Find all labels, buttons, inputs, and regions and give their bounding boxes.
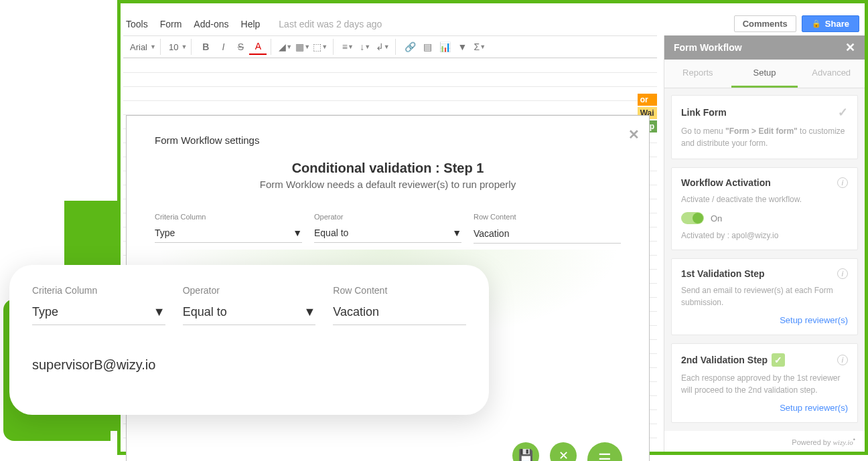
side-tabs: Reports Setup Advanced (664, 60, 865, 88)
bold-button[interactable]: B (197, 39, 214, 55)
status-cell: or (638, 94, 657, 106)
chevron-down-icon: ▼ (293, 227, 302, 238)
card-title-text: 2nd Validation Step (681, 355, 768, 365)
share-label: Share (825, 19, 849, 29)
halign-button[interactable]: ≡▼ (339, 39, 356, 55)
tab-advanced[interactable]: Advanced (798, 60, 865, 88)
strike-button[interactable]: S (232, 39, 249, 55)
operator-value: Equal to (314, 227, 348, 238)
last-edit-status: Last edit was 2 days ago (279, 19, 382, 29)
close-icon[interactable]: ✕ (845, 40, 855, 55)
operator-label: Operator (314, 213, 461, 221)
wrap-button[interactable]: ↲▼ (374, 39, 391, 55)
font-size-select[interactable]: 10 (166, 42, 181, 52)
zoom-operator-select[interactable]: Equal to ▼ (183, 305, 316, 325)
link-button[interactable]: 🔗 (401, 39, 419, 55)
card-desc: Send an email to reviewer(s) at each For… (681, 284, 848, 308)
comment-button[interactable]: ▤ (419, 39, 436, 55)
italic-button[interactable]: I (214, 39, 232, 55)
chevron-down-icon: ▼ (181, 43, 187, 50)
lock-icon: 🔒 (812, 19, 821, 28)
zoom-criteria-value: Type (32, 305, 58, 319)
menu-form[interactable]: Form (160, 19, 182, 29)
share-button[interactable]: 🔒 Share (802, 15, 859, 32)
modal-title: Conditional validation : Step 1 (292, 161, 484, 175)
close-icon: ✕ (559, 448, 569, 461)
font-family-select[interactable]: Arial (130, 42, 150, 52)
tab-setup[interactable]: Setup (731, 60, 798, 88)
zoom-criteria-select[interactable]: Type ▼ (32, 305, 165, 325)
save-button[interactable]: 💾 (512, 442, 539, 461)
menu-bar: Tools Form Add-ons Help Last edit was 2 … (126, 15, 859, 32)
chevron-down-icon: ▼ (304, 305, 316, 319)
menu-button[interactable]: ☰ (587, 442, 622, 461)
powered-by: Powered by wizy.io• (664, 431, 865, 452)
card-step1: 1st Validation Step i Send an email to r… (671, 258, 858, 335)
card-step2: 2nd Validation Step ✓ i Each response ap… (671, 343, 858, 423)
criteria-select[interactable]: Type ▼ (155, 227, 302, 243)
zoom-callout: Criteria Column Type ▼ Operator Equal to… (9, 265, 489, 415)
zoom-row-input[interactable] (333, 305, 466, 325)
check-icon: ✓ (838, 105, 848, 120)
zoom-operator-value: Equal to (183, 305, 227, 319)
menu-tools[interactable]: Tools (126, 19, 148, 29)
zoom-operator-label: Operator (183, 285, 316, 296)
side-header: Form Workflow ✕ (664, 35, 865, 60)
setup-reviewers-link[interactable]: Setup reviewer(s) (681, 315, 848, 325)
valign-button[interactable]: ↓▼ (356, 39, 374, 55)
chart-button[interactable]: 📊 (436, 39, 453, 55)
modal-subtitle: Form Worklow needs a default reviewer(s)… (155, 179, 621, 190)
text-color-button[interactable]: A (249, 39, 267, 55)
save-icon: 💾 (518, 448, 533, 461)
merge-button[interactable]: ⬚▼ (311, 39, 329, 55)
zoom-row-label: Row Content (333, 285, 466, 296)
criteria-label: Criteria Column (155, 213, 302, 221)
card-activation: Workflow Activation i Activate / deactiv… (671, 167, 858, 250)
card-title-text: Workflow Activation (681, 177, 771, 188)
card-desc: Go to menu (681, 126, 725, 136)
activation-toggle[interactable] (681, 212, 704, 224)
row-content-input[interactable] (474, 228, 621, 244)
side-content: Link Form ✓ Go to menu "Form > Edit form… (664, 88, 865, 431)
cancel-button[interactable]: ✕ (550, 442, 577, 461)
chevron-down-icon: ▼ (150, 43, 156, 50)
setup-reviewers-link[interactable]: Setup reviewer(s) (681, 403, 848, 413)
toggle-label: On (711, 213, 722, 223)
card-desc-bold: "Form > Edit form" (725, 126, 798, 136)
fill-color-button[interactable]: ◢▼ (277, 39, 294, 55)
card-link-form: Link Form ✓ Go to menu "Form > Edit form… (671, 95, 858, 159)
info-icon[interactable]: i (837, 177, 848, 188)
modal-label: Form Workflow settings (155, 134, 621, 146)
info-icon[interactable]: i (837, 355, 848, 365)
menu-help[interactable]: Help (241, 19, 261, 29)
checkbox-checked-icon[interactable]: ✓ (772, 353, 785, 367)
criteria-value: Type (155, 227, 175, 238)
chevron-down-icon: ▼ (452, 227, 461, 238)
zoom-criteria-label: Criteria Column (32, 285, 165, 296)
menu-addons[interactable]: Add-ons (194, 19, 228, 29)
close-icon[interactable]: ✕ (628, 126, 640, 143)
activated-by: Activated by : apol@wizy.io (681, 231, 848, 240)
toolbar: Arial ▼ 10 ▼ B I S A ◢▼ ▦▼ ⬚▼ ≡▼ ↓▼ ↲▼ 🔗… (123, 35, 657, 58)
chevron-down-icon: ▼ (153, 305, 165, 319)
comments-button[interactable]: Comments (734, 15, 796, 32)
operator-select[interactable]: Equal to ▼ (314, 227, 461, 243)
borders-button[interactable]: ▦▼ (294, 39, 311, 55)
card-desc: Activate / deactivate the workflow. (681, 193, 848, 205)
functions-button[interactable]: Σ▼ (471, 39, 488, 55)
tab-reports[interactable]: Reports (664, 60, 731, 88)
info-icon[interactable]: i (837, 268, 848, 279)
card-title-text: 1st Validation Step (681, 268, 764, 279)
zoom-reviewer-email: supervisorB@wizy.io (32, 357, 466, 373)
side-title: Form Workflow (674, 42, 742, 53)
side-panel: Form Workflow ✕ Reports Setup Advanced L… (664, 35, 865, 452)
card-title-text: Link Form (681, 107, 727, 118)
hamburger-icon: ☰ (598, 451, 611, 461)
row-content-label: Row Content (474, 213, 621, 221)
filter-button[interactable]: ▼ (453, 39, 471, 55)
card-desc: Each response approved by the 1st review… (681, 372, 848, 396)
